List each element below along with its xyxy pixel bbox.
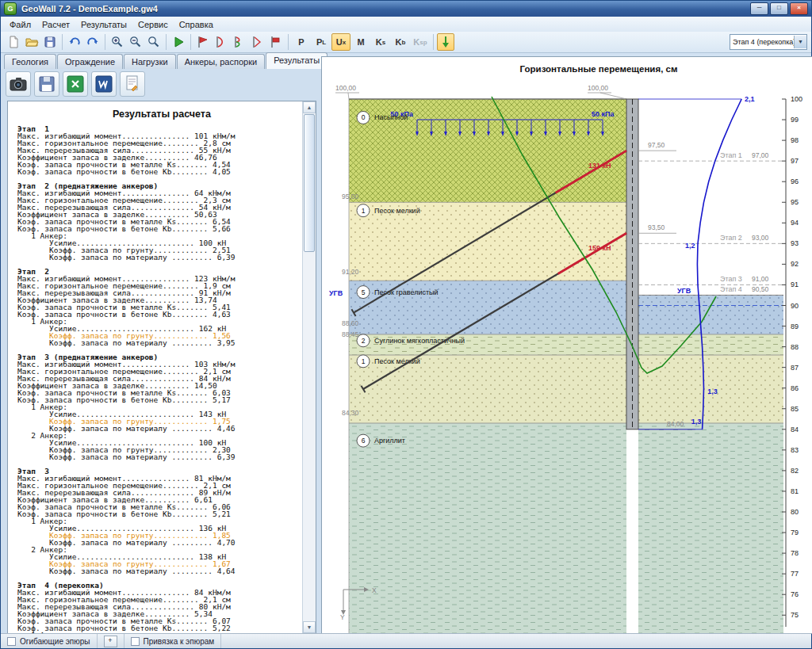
stage-line: Этап 197,00: [638, 151, 783, 161]
snap-toggle[interactable]: Привязка к эпюрам: [124, 634, 222, 648]
chevron-down-icon[interactable]: ▼: [794, 36, 806, 48]
svg-text:91,20: 91,20: [342, 268, 359, 276]
menu-item-2[interactable]: Расчет: [36, 18, 75, 31]
zoom-out-icon: [128, 35, 143, 49]
envelope-diagram-button[interactable]: [267, 33, 285, 51]
svg-text:95,00: 95,00: [342, 193, 359, 200]
tab-1[interactable]: Геология: [4, 54, 56, 69]
snapshot-button[interactable]: [6, 71, 31, 97]
toolbar-separator: [62, 34, 63, 50]
svg-text:131 кН: 131 кН: [588, 162, 611, 170]
svg-text:92: 92: [791, 260, 799, 268]
result-type-Ks-button[interactable]: Ks: [371, 33, 390, 51]
moment-diagram-button[interactable]: [194, 33, 212, 51]
results-toolbar: [4, 69, 318, 99]
result-type-Ux-button[interactable]: Ux: [331, 33, 350, 51]
result-type-Ksp-button[interactable]: Ksp: [411, 33, 430, 51]
menu-item-3[interactable]: Результаты: [75, 18, 132, 31]
result-type-Kb-button[interactable]: Kb: [391, 33, 410, 51]
envelope-checkbox[interactable]: [7, 637, 16, 646]
export-excel-button[interactable]: [63, 71, 88, 97]
svg-text:82: 82: [791, 467, 799, 475]
scroll-down-icon[interactable]: ▼: [303, 621, 316, 633]
direction-toggle-button[interactable]: [437, 33, 454, 51]
svg-text:УГВ: УГВ: [329, 289, 343, 297]
pressure-diagram-button[interactable]: [249, 33, 266, 51]
results-panel: Результаты расчета Этап 1Макс. изгибающи…: [4, 69, 318, 634]
envelope-diagram-icon: [269, 35, 283, 49]
result-line: Коэфф. запаса по материалу ......... 6,3…: [17, 254, 316, 261]
soil-layers: [349, 99, 783, 634]
minimize-button[interactable]: ─: [750, 2, 768, 15]
surface-elevation-mark: 100,00: [335, 84, 359, 99]
tab-5[interactable]: Результаты: [266, 52, 327, 69]
toolbar-separator: [190, 34, 191, 50]
chart-canvas[interactable]: 50 кПа50 кПа100,00100,0084,00Этап 197,00…: [321, 56, 812, 634]
svg-text:93,00: 93,00: [752, 234, 769, 242]
svg-text:95: 95: [791, 198, 799, 206]
svg-text:83: 83: [791, 446, 799, 454]
svg-text:Песок мелкий: Песок мелкий: [374, 357, 420, 365]
snap-checkbox[interactable]: [131, 637, 140, 646]
save-file-icon: [43, 35, 57, 49]
menu-item-5[interactable]: Справка: [174, 18, 219, 31]
export-word-icon: [94, 74, 113, 94]
displacement-chart: 50 кПа50 кПа100,00100,0084,00Этап 197,00…: [323, 60, 811, 634]
toolbar-separator: [105, 34, 105, 50]
snap-label: Привязка к эпюрам: [144, 637, 215, 646]
titlebar: G GeoWall 7.2 - DemoExample.gw4 ─ □ ×: [1, 1, 811, 17]
zoom-out-button[interactable]: [127, 33, 144, 51]
svg-text:X: X: [372, 586, 377, 594]
svg-text:84,00: 84,00: [667, 420, 684, 428]
statusbar: Огибающие эпюры + Привязка к эпюрам: [1, 633, 811, 648]
result-type-P-button[interactable]: P: [292, 33, 311, 51]
svg-text:91,00: 91,00: [752, 275, 769, 283]
result-type-PL-button[interactable]: PL: [312, 33, 331, 51]
close-button[interactable]: ×: [790, 2, 808, 15]
svg-text:Горизонтальные перемещения, см: Горизонтальные перемещения, см: [520, 64, 678, 74]
svg-text:93: 93: [791, 239, 799, 247]
svg-text:84: 84: [791, 426, 799, 433]
zoom-extents-icon: [147, 35, 161, 49]
result-line: Коэфф. запаса по материалу ......... 6,3…: [17, 453, 316, 460]
envelope-toggle[interactable]: Огибающие эпюры: [1, 634, 98, 648]
menu-item-4[interactable]: Сервис: [132, 18, 174, 31]
result-type-M-button[interactable]: M: [351, 33, 370, 51]
svg-text:Этап 4: Этап 4: [720, 285, 742, 293]
scroll-up-icon[interactable]: ▲: [303, 101, 316, 113]
displacement-diagram-button[interactable]: [213, 33, 230, 51]
tab-3[interactable]: Нагрузки: [124, 54, 176, 69]
maximize-button[interactable]: □: [770, 2, 788, 15]
open-file-button[interactable]: [23, 33, 40, 51]
elevation-axis: 1009998979695949392919089888786858483828…: [782, 95, 802, 627]
export-word-button[interactable]: [91, 71, 117, 97]
save-picture-button[interactable]: [34, 71, 59, 97]
new-file-button[interactable]: [5, 33, 22, 51]
report-button[interactable]: [120, 71, 145, 97]
plus-button[interactable]: +: [104, 636, 117, 647]
zoom-extents-button[interactable]: [145, 33, 163, 51]
scrollbar-thumb[interactable]: [304, 114, 315, 252]
menu-item-1[interactable]: Файл: [4, 18, 36, 31]
new-file-icon: [6, 35, 21, 49]
stage-select[interactable]: Этап 4 (перекопка)▼: [730, 34, 807, 50]
undo-button[interactable]: [66, 33, 83, 51]
tab-4[interactable]: Анкеры, распорки: [177, 54, 266, 69]
svg-text:97,50: 97,50: [648, 141, 665, 149]
svg-text:88,45: 88,45: [342, 330, 359, 338]
redo-button[interactable]: [84, 33, 102, 51]
tab-2[interactable]: Ограждение: [57, 54, 123, 69]
calculate-button[interactable]: [170, 33, 187, 51]
svg-text:89: 89: [791, 323, 799, 330]
save-file-button[interactable]: [41, 33, 59, 51]
svg-text:76: 76: [791, 590, 799, 598]
result-line: Коэф. запаса прочности в бетоне Kb......…: [17, 168, 316, 175]
toolbar-separator: [433, 34, 434, 50]
shear-diagram-button[interactable]: [231, 33, 248, 51]
results-scrollbar[interactable]: ▲ ▼: [302, 101, 316, 633]
menubar: ФайлРасчетРезультатыСервисСправка: [1, 17, 811, 32]
zoom-in-button[interactable]: [109, 33, 126, 51]
result-line: Коэфф. запаса по материалу ......... 4,6…: [17, 567, 316, 575]
moment-diagram-icon: [196, 35, 210, 49]
snapshot-icon: [9, 74, 28, 94]
